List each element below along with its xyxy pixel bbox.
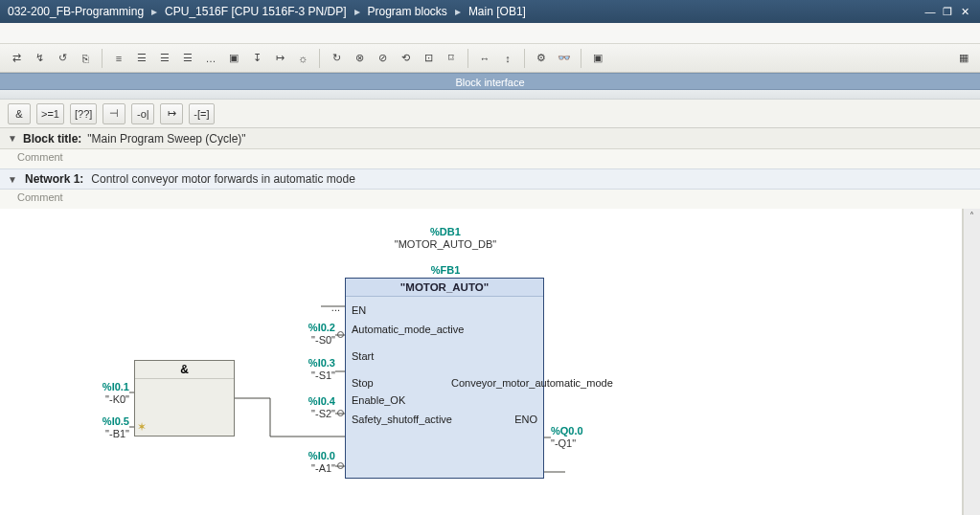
negation-icon[interactable] xyxy=(337,462,344,469)
block-comment[interactable]: Comment xyxy=(0,149,980,168)
network-title: Network 1: xyxy=(25,172,83,186)
toolbar-btn[interactable]: ☰ xyxy=(154,48,175,69)
toolbar-btn[interactable]: ⟲ xyxy=(395,48,416,69)
and-gate-box[interactable]: & ✶ xyxy=(134,360,235,437)
maximize-button[interactable]: ❐ xyxy=(940,5,955,18)
breadcrumb-item[interactable]: Program blocks xyxy=(368,5,447,18)
toolbar-btn[interactable]: ⚙ xyxy=(531,48,552,69)
toolbar-btn[interactable]: ▣ xyxy=(223,48,244,69)
add-input-icon[interactable]: ✶ xyxy=(137,420,147,434)
db-symbol: "MOTOR_AUTO_DB" xyxy=(364,238,527,251)
toolbar-btn[interactable]: ⇄ xyxy=(6,48,27,69)
fb-port-safety: Safety_shutoff_active xyxy=(352,414,452,425)
toolbar-btn[interactable]: ↧ xyxy=(246,48,267,69)
tag-s2[interactable]: %I0.4 "-S2" xyxy=(287,395,335,420)
tag-a1[interactable]: %I0.0 "-A1" xyxy=(287,450,335,475)
minimize-button[interactable]: — xyxy=(923,5,938,18)
tag-b1[interactable]: %I0.5 "-B1" xyxy=(77,415,129,440)
titlebar: 032-200_FB-Programming ▸ CPU_1516F [CPU … xyxy=(0,0,980,23)
breadcrumb-item[interactable]: 032-200_FB-Programming xyxy=(8,5,144,18)
toolbar-btn-right[interactable]: ▦ xyxy=(953,48,974,69)
collapse-caret-icon[interactable]: ▼ xyxy=(8,133,17,144)
toolbar-btn[interactable]: ≡ xyxy=(108,48,129,69)
toolbar-btn[interactable]: 👓 xyxy=(554,48,575,69)
toolbar-btn[interactable]: ↻ xyxy=(326,48,347,69)
fb-port-enable: Enable_OK xyxy=(352,394,405,406)
and-gate-label: & xyxy=(135,361,234,379)
fb-port-auto: Automatic_mode_active xyxy=(352,324,464,335)
fb-address: %FB1 xyxy=(364,264,527,277)
favorite-or[interactable]: >=1 xyxy=(36,103,64,124)
tag-s0[interactable]: %I0.2 "-S0" xyxy=(287,322,335,347)
toolbar-btn[interactable]: ☰ xyxy=(177,48,198,69)
toolbar-separator xyxy=(319,49,320,68)
toolbar-separator xyxy=(102,49,103,68)
vertical-scrollbar[interactable]: ˄ xyxy=(963,209,980,515)
favorite-assignment[interactable]: ⊣ xyxy=(103,103,125,124)
fb-port-eno: ENO xyxy=(514,414,537,425)
fb-type-label: %FB1 xyxy=(364,264,527,277)
toolbar-separator xyxy=(524,49,525,68)
collapse-caret-icon[interactable]: ▼ xyxy=(8,174,17,185)
fb-name: "MOTOR_AUTO" xyxy=(346,279,543,297)
negation-icon[interactable] xyxy=(337,410,344,416)
favorite-negate[interactable]: -o| xyxy=(131,103,154,124)
toolbar-btn[interactable]: … xyxy=(200,48,221,69)
favorites-bar: & >=1 [??] ⊣ -o| ↦ -[=] xyxy=(0,100,980,128)
toolbar-btn[interactable]: ↺ xyxy=(52,48,73,69)
toolbar-btn[interactable]: ☼ xyxy=(292,48,313,69)
tag-s1[interactable]: %I0.3 "-S1" xyxy=(287,357,335,382)
toolbar-btn[interactable]: ▣ xyxy=(587,48,608,69)
fb-port-start: Start xyxy=(352,350,374,362)
breadcrumb-item[interactable]: CPU_1516F [CPU 1516F-3 PN/DP] xyxy=(165,5,346,18)
toolbar-btn[interactable]: ⊗ xyxy=(349,48,370,69)
fb-port-en: EN xyxy=(352,304,366,316)
block-title-value[interactable]: "Main Program Sweep (Cycle)" xyxy=(87,132,245,146)
favorite-and[interactable]: & xyxy=(8,103,31,124)
toolbar-separator xyxy=(581,49,581,68)
interface-gap xyxy=(0,90,980,100)
toolbar-btn[interactable]: ↯ xyxy=(29,48,50,69)
negation-icon[interactable] xyxy=(337,331,344,338)
toolbar-btn[interactable]: ↕ xyxy=(497,48,518,69)
close-button[interactable]: ✕ xyxy=(957,5,972,18)
chevron-right-icon: ▸ xyxy=(455,5,461,18)
toolbar-btn[interactable]: ⊘ xyxy=(372,48,393,69)
favorite-branch[interactable]: ↦ xyxy=(160,103,183,124)
block-header: ▼ Block title: "Main Program Sweep (Cycl… xyxy=(0,128,980,149)
fb-port-conveyor: Conveyor_motor_automatic_mode xyxy=(451,377,537,389)
fb-call-box[interactable]: "MOTOR_AUTO" EN Automatic_mode_active St… xyxy=(345,278,544,479)
toolbar-btn[interactable]: ↔ xyxy=(474,48,495,69)
fb-port-stop: Stop xyxy=(352,377,374,389)
toolbar-btn[interactable]: ⌑ xyxy=(441,48,462,69)
tag-en[interactable]: ... xyxy=(307,302,340,314)
breadcrumb: 032-200_FB-Programming ▸ CPU_1516F [CPU … xyxy=(8,5,526,18)
favorite-empty-box[interactable]: [??] xyxy=(70,103,97,124)
toolbar-btn[interactable]: ⎘ xyxy=(75,48,96,69)
spacer-strip xyxy=(0,23,980,44)
toolbar-btn[interactable]: ⊡ xyxy=(418,48,439,69)
window-controls: — ❐ ✕ xyxy=(923,5,972,18)
instance-db-label[interactable]: %DB1 "MOTOR_AUTO_DB" xyxy=(364,226,527,251)
fbd-canvas[interactable]: %DB1 "MOTOR_AUTO_DB" %FB1 "MOTOR_AUTO" E… xyxy=(0,209,963,515)
block-title-label: Block title: xyxy=(23,132,81,146)
network-desc[interactable]: Control conveyor motor forwards in autom… xyxy=(91,172,354,186)
tag-q1[interactable]: %Q0.0 "-Q1" xyxy=(551,425,608,450)
network-header: ▼ Network 1: Control conveyor motor forw… xyxy=(0,168,980,190)
breadcrumb-item[interactable]: Main [OB1] xyxy=(468,5,526,18)
toolbar-separator xyxy=(467,49,468,68)
chevron-right-icon: ▸ xyxy=(354,5,360,18)
toolbar-btn[interactable]: ☰ xyxy=(131,48,152,69)
db-address: %DB1 xyxy=(364,226,527,238)
chevron-right-icon: ▸ xyxy=(151,5,157,18)
block-interface-banner[interactable]: Block interface xyxy=(0,73,980,90)
scroll-up-icon[interactable]: ˄ xyxy=(969,211,974,221)
network-comment[interactable]: Comment xyxy=(0,190,980,209)
favorite-coil[interactable]: -[=] xyxy=(189,103,214,124)
main-toolbar: ⇄ ↯ ↺ ⎘ ≡ ☰ ☰ ☰ … ▣ ↧ ↦ ☼ ↻ ⊗ ⊘ ⟲ ⊡ ⌑ ↔ … xyxy=(0,44,980,73)
toolbar-btn[interactable]: ↦ xyxy=(269,48,290,69)
tag-k0[interactable]: %I0.1 "-K0" xyxy=(77,381,129,406)
